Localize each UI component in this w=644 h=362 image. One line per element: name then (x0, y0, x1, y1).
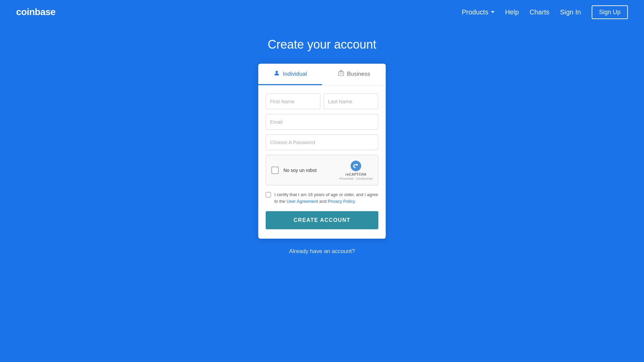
recaptcha-logo: reCAPTCHA Privacidad - Condiciones (339, 160, 373, 180)
nav-signup-button[interactable]: Sign Up (592, 5, 628, 19)
privacy-policy-link[interactable]: Privacy Policy (328, 199, 355, 204)
navbar: coinbase Products Help Charts Sign In Si… (0, 0, 644, 24)
email-input[interactable] (266, 114, 378, 130)
page-title: Create your account (268, 38, 376, 52)
svg-point-0 (276, 71, 278, 73)
nav-charts[interactable]: Charts (530, 8, 549, 16)
nav-links: Products Help Charts Sign In Sign Up (462, 5, 628, 19)
terms-checkbox[interactable] (266, 192, 271, 197)
terms-row: I certify that I am 18 years of age or o… (266, 191, 378, 204)
recaptcha-brand: reCAPTCHA (345, 173, 367, 176)
nav-signin[interactable]: Sign In (560, 8, 581, 16)
signup-card: Individual Business (258, 64, 386, 239)
recaptcha-checkbox[interactable] (271, 167, 279, 174)
recaptcha-widget[interactable]: No soy un robot reCAPTCHA Privacidad - C… (266, 155, 378, 185)
svg-rect-4 (341, 73, 342, 74)
tab-individual[interactable]: Individual (258, 64, 322, 85)
logo[interactable]: coinbase (16, 7, 55, 17)
account-type-tabs: Individual Business (258, 64, 386, 85)
first-name-input[interactable] (266, 94, 320, 109)
recaptcha-sub: Privacidad - Condiciones (339, 177, 373, 180)
nav-products[interactable]: Products (462, 8, 494, 16)
email-row (266, 114, 378, 130)
recaptcha-label: No soy un robot (283, 168, 317, 173)
terms-text: I certify that I am 18 years of age or o… (274, 191, 378, 204)
name-row (266, 94, 378, 109)
svg-rect-2 (340, 70, 342, 72)
last-name-input[interactable] (324, 94, 378, 109)
main-content: Create your account Individual (0, 24, 644, 255)
user-agreement-link[interactable]: User Agreement (286, 199, 318, 204)
tab-business[interactable]: Business (322, 64, 386, 85)
tab-business-label: Business (347, 71, 370, 77)
svg-rect-3 (340, 73, 341, 74)
already-account-text: Already have an account? (289, 248, 355, 255)
nav-help[interactable]: Help (505, 8, 519, 16)
individual-icon (273, 70, 280, 78)
password-input[interactable] (266, 134, 378, 150)
svg-rect-1 (338, 72, 343, 76)
business-icon (338, 70, 344, 78)
tab-individual-label: Individual (283, 71, 307, 77)
password-row (266, 134, 378, 150)
signup-form: No soy un robot reCAPTCHA Privacidad - C… (258, 85, 386, 239)
products-chevron-icon (491, 11, 494, 13)
create-account-button[interactable]: CREATE ACCOUNT (266, 211, 378, 229)
